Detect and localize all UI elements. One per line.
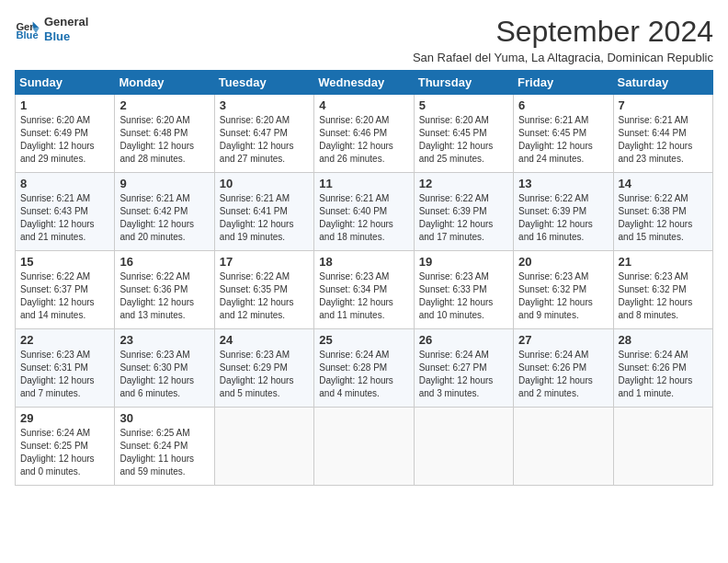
- header: Gen Blue General Blue September 2024 San…: [15, 15, 713, 64]
- day-number: 11: [319, 177, 408, 190]
- day-number: 8: [20, 177, 109, 190]
- day-detail: Sunrise: 6:23 AM Sunset: 6:30 PM Dayligh…: [119, 349, 209, 400]
- daylight-label: Daylight: 12 hours and 29 minutes.: [20, 141, 95, 164]
- calendar-cell: 5 Sunrise: 6:20 AM Sunset: 6:45 PM Dayli…: [414, 95, 513, 173]
- calendar-cell: [314, 408, 414, 486]
- calendar-cell: 4 Sunrise: 6:20 AM Sunset: 6:46 PM Dayli…: [314, 95, 414, 173]
- calendar-cell: 19 Sunrise: 6:23 AM Sunset: 6:33 PM Dayl…: [414, 251, 513, 329]
- sunrise-label: Sunrise: 6:24 AM: [419, 350, 489, 360]
- day-number: 6: [518, 98, 608, 112]
- calendar-cell: 23 Sunrise: 6:23 AM Sunset: 6:30 PM Dayl…: [115, 329, 214, 408]
- sunrise-label: Sunrise: 6:23 AM: [220, 350, 290, 360]
- sunrise-label: Sunrise: 6:23 AM: [419, 271, 489, 282]
- day-number: 17: [220, 255, 309, 269]
- sunrise-label: Sunrise: 6:20 AM: [319, 115, 389, 125]
- sunset-label: Sunset: 6:37 PM: [20, 284, 88, 294]
- day-number: 25: [319, 333, 408, 347]
- logo-icon: Gen Blue: [15, 17, 40, 42]
- day-detail: Sunrise: 6:24 AM Sunset: 6:26 PM Dayligh…: [518, 349, 608, 400]
- sunrise-label: Sunrise: 6:24 AM: [619, 350, 688, 360]
- calendar-cell: 25 Sunrise: 6:24 AM Sunset: 6:28 PM Dayl…: [314, 329, 414, 408]
- sunrise-label: Sunrise: 6:23 AM: [119, 350, 189, 360]
- sunset-label: Sunset: 6:31 PM: [20, 362, 88, 373]
- day-detail: Sunrise: 6:23 AM Sunset: 6:32 PM Dayligh…: [619, 270, 708, 322]
- daylight-label: Daylight: 12 hours and 11 minutes.: [319, 297, 393, 320]
- sunset-label: Sunset: 6:47 PM: [220, 128, 288, 138]
- calendar-cell: [613, 408, 712, 486]
- calendar-header-row: SundayMondayTuesdayWednesdayThursdayFrid…: [16, 71, 713, 95]
- calendar-cell: 1 Sunrise: 6:20 AM Sunset: 6:49 PM Dayli…: [16, 95, 115, 173]
- day-number: 23: [119, 333, 209, 347]
- day-number: 28: [619, 333, 708, 347]
- sunset-label: Sunset: 6:34 PM: [319, 284, 387, 294]
- day-detail: Sunrise: 6:22 AM Sunset: 6:39 PM Dayligh…: [518, 192, 608, 244]
- calendar-week-3: 15 Sunrise: 6:22 AM Sunset: 6:37 PM Dayl…: [16, 251, 713, 329]
- day-number: 2: [119, 98, 209, 112]
- day-detail: Sunrise: 6:22 AM Sunset: 6:35 PM Dayligh…: [220, 270, 309, 322]
- calendar-week-2: 8 Sunrise: 6:21 AM Sunset: 6:43 PM Dayli…: [16, 173, 713, 251]
- daylight-label: Daylight: 12 hours and 17 minutes.: [419, 219, 494, 242]
- daylight-label: Daylight: 12 hours and 20 minutes.: [119, 219, 194, 242]
- sunset-label: Sunset: 6:25 PM: [20, 441, 88, 451]
- day-detail: Sunrise: 6:24 AM Sunset: 6:26 PM Dayligh…: [619, 349, 708, 400]
- calendar-cell: 2 Sunrise: 6:20 AM Sunset: 6:48 PM Dayli…: [115, 95, 214, 173]
- sunset-label: Sunset: 6:45 PM: [518, 128, 586, 138]
- day-detail: Sunrise: 6:21 AM Sunset: 6:42 PM Dayligh…: [119, 192, 209, 244]
- sunset-label: Sunset: 6:32 PM: [518, 284, 586, 294]
- day-number: 5: [419, 98, 508, 112]
- day-detail: Sunrise: 6:23 AM Sunset: 6:31 PM Dayligh…: [20, 349, 109, 400]
- sunrise-label: Sunrise: 6:22 AM: [619, 193, 688, 203]
- title-area: September 2024 San Rafael del Yuma, La A…: [88, 15, 713, 64]
- logo: Gen Blue General Blue: [15, 15, 88, 43]
- calendar-week-4: 22 Sunrise: 6:23 AM Sunset: 6:31 PM Dayl…: [16, 329, 713, 408]
- calendar-cell: [414, 408, 513, 486]
- sunrise-label: Sunrise: 6:21 AM: [220, 193, 290, 203]
- day-number: 12: [419, 177, 508, 190]
- sunset-label: Sunset: 6:29 PM: [220, 362, 288, 373]
- day-detail: Sunrise: 6:24 AM Sunset: 6:27 PM Dayligh…: [419, 349, 508, 400]
- day-detail: Sunrise: 6:24 AM Sunset: 6:25 PM Dayligh…: [20, 427, 109, 478]
- calendar-cell: 24 Sunrise: 6:23 AM Sunset: 6:29 PM Dayl…: [214, 329, 313, 408]
- daylight-label: Daylight: 12 hours and 14 minutes.: [20, 297, 95, 320]
- sunrise-label: Sunrise: 6:22 AM: [220, 271, 290, 282]
- day-detail: Sunrise: 6:23 AM Sunset: 6:34 PM Dayligh…: [319, 270, 408, 322]
- day-detail: Sunrise: 6:22 AM Sunset: 6:36 PM Dayligh…: [119, 270, 209, 322]
- calendar-body: 1 Sunrise: 6:20 AM Sunset: 6:49 PM Dayli…: [16, 95, 713, 486]
- day-number: 4: [319, 98, 408, 112]
- sunrise-label: Sunrise: 6:23 AM: [518, 271, 588, 282]
- sunset-label: Sunset: 6:28 PM: [319, 362, 387, 373]
- daylight-label: Daylight: 11 hours and 59 minutes.: [119, 454, 194, 477]
- day-number: 19: [419, 255, 508, 269]
- daylight-label: Daylight: 12 hours and 0 minutes.: [20, 454, 95, 477]
- calendar-cell: 12 Sunrise: 6:22 AM Sunset: 6:39 PM Dayl…: [414, 173, 513, 251]
- sunset-label: Sunset: 6:46 PM: [319, 128, 387, 138]
- day-detail: Sunrise: 6:24 AM Sunset: 6:28 PM Dayligh…: [319, 349, 408, 400]
- day-number: 14: [619, 177, 708, 190]
- sunset-label: Sunset: 6:36 PM: [119, 284, 188, 294]
- daylight-label: Daylight: 12 hours and 6 minutes.: [119, 375, 194, 398]
- day-detail: Sunrise: 6:20 AM Sunset: 6:46 PM Dayligh…: [319, 114, 408, 166]
- calendar-cell: 16 Sunrise: 6:22 AM Sunset: 6:36 PM Dayl…: [115, 251, 214, 329]
- sunset-label: Sunset: 6:41 PM: [220, 206, 288, 216]
- sunset-label: Sunset: 6:44 PM: [619, 128, 687, 138]
- day-detail: Sunrise: 6:21 AM Sunset: 6:44 PM Dayligh…: [619, 114, 708, 166]
- day-number: 18: [319, 255, 408, 269]
- sunrise-label: Sunrise: 6:21 AM: [319, 193, 389, 203]
- svg-text:Blue: Blue: [16, 29, 38, 40]
- sunset-label: Sunset: 6:30 PM: [119, 362, 188, 373]
- day-detail: Sunrise: 6:23 AM Sunset: 6:29 PM Dayligh…: [220, 349, 309, 400]
- calendar-cell: 20 Sunrise: 6:23 AM Sunset: 6:32 PM Dayl…: [514, 251, 613, 329]
- daylight-label: Daylight: 12 hours and 4 minutes.: [319, 375, 393, 398]
- day-number: 3: [220, 98, 309, 112]
- daylight-label: Daylight: 12 hours and 23 minutes.: [619, 141, 693, 164]
- subtitle: San Rafael del Yuma, La Altagracia, Domi…: [88, 51, 713, 64]
- day-detail: Sunrise: 6:21 AM Sunset: 6:41 PM Dayligh…: [220, 192, 309, 244]
- sunset-label: Sunset: 6:27 PM: [419, 362, 487, 373]
- day-number: 13: [518, 177, 608, 190]
- header-friday: Friday: [514, 71, 613, 95]
- calendar-cell: 21 Sunrise: 6:23 AM Sunset: 6:32 PM Dayl…: [613, 251, 712, 329]
- day-detail: Sunrise: 6:20 AM Sunset: 6:48 PM Dayligh…: [119, 114, 209, 166]
- sunrise-label: Sunrise: 6:22 AM: [20, 271, 90, 282]
- calendar-cell: [214, 408, 313, 486]
- calendar-cell: 11 Sunrise: 6:21 AM Sunset: 6:40 PM Dayl…: [314, 173, 414, 251]
